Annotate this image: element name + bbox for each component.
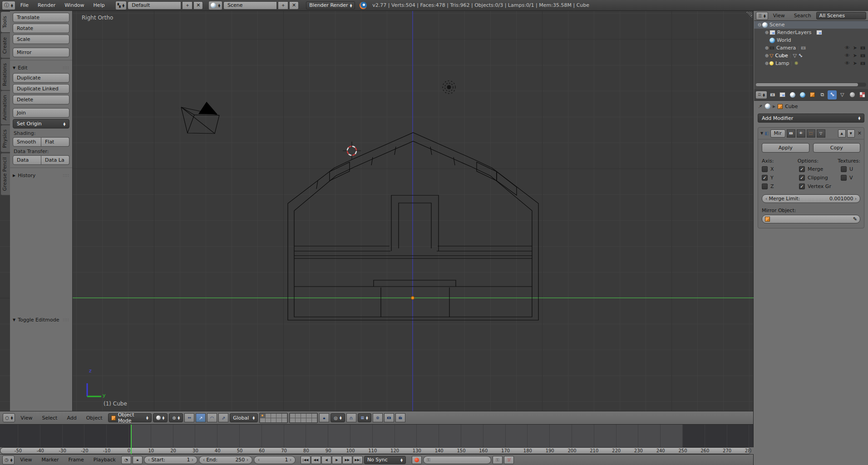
tl-menu-view[interactable]: View — [16, 455, 36, 465]
pin-icon[interactable]: 📌︎ — [758, 104, 763, 109]
scene-icon-button[interactable]: ▲▼ — [208, 1, 222, 10]
clipping-checkbox[interactable]: ✓Clipping — [799, 174, 841, 181]
tab-grease-pencil[interactable]: Grease Pencil — [1, 153, 10, 195]
camera-object[interactable] — [181, 102, 219, 134]
play-button[interactable]: ▶ — [332, 456, 342, 464]
tab-material[interactable] — [848, 90, 857, 99]
current-frame-field[interactable]: ‹ 1 › — [254, 456, 296, 464]
tab-physics[interactable]: Physics — [1, 125, 10, 152]
visibility-eye-icon[interactable]: 👁︎ — [845, 60, 850, 66]
rotate-button[interactable]: Rotate — [13, 24, 69, 33]
delete-modifier-button[interactable]: ✕ — [858, 130, 862, 136]
move-modifier-up-button[interactable]: ▲ — [838, 129, 846, 138]
operator-redo-panel-header[interactable]: ▼ Toggle Editmode :::: — [13, 315, 69, 324]
menu-help[interactable]: Help — [89, 0, 109, 10]
lamp-object[interactable] — [443, 81, 455, 94]
renderability-camera-icon[interactable]: 📷︎ — [860, 45, 865, 51]
translate-manipulator-button[interactable]: ↗ — [196, 413, 206, 422]
outliner-row-camera[interactable]: ⊕ 📷︎ Camera | 📷︎ 👁︎ ➤ 📷︎ — [754, 44, 868, 52]
data-transfer-layout-button[interactable]: Data La — [41, 155, 69, 165]
close-layout-button[interactable]: ✕ — [193, 1, 203, 10]
editor-type-outliner-button[interactable]: ☰▲▼ — [756, 12, 768, 20]
panel-drag-grip[interactable]: :::: — [63, 66, 69, 70]
panel-drag-grip[interactable]: :::: — [63, 173, 69, 178]
increment-arrow-icon[interactable]: › — [247, 457, 248, 462]
increment-arrow-icon[interactable]: › — [855, 196, 857, 201]
tab-object-data[interactable]: ▽ — [838, 90, 847, 99]
lock-to-scene-button[interactable]: 🔒︎ — [319, 413, 329, 422]
axis-y-checkbox[interactable]: ✓Y — [762, 174, 799, 181]
add-modifier-dropdown[interactable]: Add Modifier▲▼ — [758, 114, 864, 123]
tab-world[interactable] — [798, 90, 807, 99]
duplicate-button[interactable]: Duplicate — [13, 73, 69, 83]
modifier-render-toggle[interactable]: 📷︎ — [787, 129, 795, 138]
increment-arrow-icon[interactable]: › — [192, 457, 193, 462]
tab-create[interactable]: Create — [1, 33, 10, 58]
decrement-arrow-icon[interactable]: ‹ — [148, 457, 150, 462]
manipulator-toggle-button[interactable]: ⇔ — [184, 413, 194, 422]
tl-menu-frame[interactable]: Frame — [64, 455, 88, 465]
snap-toggle-button[interactable]: ∩ — [346, 413, 356, 422]
selectability-arrow-icon[interactable]: ➤ — [853, 45, 857, 51]
snap-element-dropdown[interactable]: ⊞ ▲▼ — [358, 413, 371, 422]
tl-menu-marker[interactable]: Marker — [37, 455, 63, 465]
expand-icon[interactable]: ⊕ — [764, 30, 769, 35]
axis-x-checkbox[interactable]: X — [762, 166, 799, 172]
join-button[interactable]: Join — [13, 108, 69, 118]
renderability-camera-icon[interactable]: 📷︎ — [860, 60, 865, 66]
move-modifier-down-button[interactable]: ▼ — [847, 129, 855, 138]
shade-flat-button[interactable]: Flat — [41, 137, 69, 147]
collapse-icon[interactable]: ⊖ — [757, 22, 762, 27]
modifier-name-field[interactable]: Mir — [770, 129, 785, 138]
copy-modifier-button[interactable]: Copy — [813, 143, 861, 153]
layers-grid-1[interactable] — [259, 413, 288, 423]
next-keyframe-button[interactable]: ▶▶ — [342, 456, 352, 464]
translate-button[interactable]: Translate — [13, 13, 69, 22]
timeline-track[interactable] — [0, 425, 754, 447]
eyedropper-icon[interactable]: ✎ — [853, 216, 857, 222]
outliner-row-world[interactable]: World — [754, 36, 868, 44]
menu-render[interactable]: Render — [34, 0, 59, 10]
tab-modifiers[interactable]: 🔧︎ — [828, 90, 837, 99]
modifier-cage-toggle[interactable]: ▽ — [817, 129, 825, 138]
panel-drag-grip[interactable]: :::: — [63, 318, 69, 322]
sync-mode-dropdown[interactable]: No Sync▲▼ — [364, 456, 406, 464]
jump-to-start-button[interactable]: |◀◀ — [301, 456, 311, 464]
scale-button[interactable]: Scale — [13, 35, 69, 44]
object-origin-dot[interactable] — [411, 297, 414, 300]
menu-file[interactable]: File — [16, 0, 33, 10]
cursor-3d[interactable] — [343, 142, 361, 160]
end-frame-field[interactable]: ‹ End: 250 › — [199, 456, 252, 464]
editor-type-3dview-button[interactable]: ⬡▲▼ — [3, 413, 15, 422]
texture-u-checkbox[interactable]: U — [841, 166, 853, 172]
editor-type-properties-button[interactable]: ☲▲▼ — [755, 91, 767, 99]
outliner-row-lamp[interactable]: ⊕ Lamp | ✺ 👁︎ ➤ 📷︎ — [754, 59, 868, 67]
history-panel-header[interactable]: ▶ History :::: — [13, 171, 69, 180]
lock-frame-range-button[interactable]: 🔒︎ — [133, 456, 143, 464]
mode-dropdown[interactable]: Object Mode▲▼ — [108, 413, 152, 422]
delete-button[interactable]: Delete — [13, 95, 69, 104]
jump-to-end-button[interactable]: ▶▶| — [353, 456, 363, 464]
keying-set-field[interactable]: ⚿ — [423, 456, 491, 464]
expand-icon[interactable]: ⊕ — [764, 53, 769, 58]
set-origin-dropdown[interactable]: Set Origin▲▼ — [13, 119, 69, 129]
add-layout-button[interactable]: ＋ — [182, 1, 192, 10]
opengl-render-anim-button[interactable]: 🎬︎ — [395, 413, 405, 422]
outliner-row-scene[interactable]: ⊖ Scene — [754, 21, 868, 29]
modifier-editmode-toggle[interactable]: ⬚ — [807, 129, 815, 138]
tab-constraints[interactable]: ⧉ — [818, 90, 827, 99]
tab-animation[interactable]: Animation — [1, 91, 10, 124]
scale-manipulator-button[interactable]: ⇗ — [218, 413, 228, 422]
vp-menu-select[interactable]: Select — [38, 411, 61, 424]
merge-checkbox[interactable]: ✓Merge — [799, 166, 841, 172]
visibility-eye-icon[interactable]: 👁︎ — [845, 45, 850, 51]
tab-relations[interactable]: Relations — [1, 59, 10, 90]
layers-grid-2[interactable] — [289, 413, 318, 423]
timeline-ruler[interactable]: -50-40-30-20-100102030405060708090100110… — [0, 447, 751, 454]
auto-keyframe-record-button[interactable] — [412, 456, 422, 464]
outliner-scrollbar[interactable] — [756, 83, 866, 87]
viewport-3d[interactable]: Right Ortho (1) Cube z y — [0, 11, 754, 411]
play-reverse-button[interactable]: ◀ — [321, 456, 331, 464]
edit-panel-header[interactable]: ▼ Edit :::: — [13, 63, 69, 72]
transform-orientation-dropdown[interactable]: Global▲▼ — [230, 413, 258, 422]
